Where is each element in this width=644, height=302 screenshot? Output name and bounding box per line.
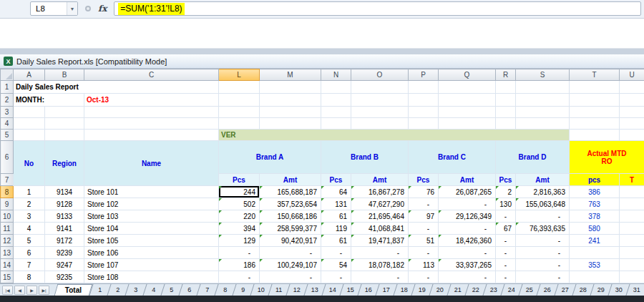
cell[interactable]: - [219,271,260,283]
cell[interactable] [321,81,351,94]
subheader-pcs-b[interactable]: Pcs [321,174,351,186]
header-region[interactable]: Region [45,141,84,186]
sheet-tab-total-active[interactable]: Total [54,284,93,296]
cell[interactable]: 64 [321,186,351,198]
column-header-t[interactable]: T [570,69,620,81]
column-header-l-selected[interactable]: L [219,69,260,81]
cell[interactable] [351,118,409,130]
row-header-12[interactable]: 12 [1,235,14,247]
sheet-tab-9[interactable]: 9 [234,284,252,296]
cell[interactable]: 386 [570,186,620,198]
cell[interactable] [409,107,439,118]
cell[interactable]: 100,249,107 [260,259,321,271]
cell[interactable]: 9172 [45,235,84,247]
sheet-tab-12[interactable]: 12 [288,284,306,296]
cell[interactable] [219,94,260,107]
sheet-tab-2[interactable]: 2 [109,284,127,296]
sheet-tab-18[interactable]: 18 [395,284,413,296]
cell[interactable]: - [439,198,496,210]
subheader-pcs-a[interactable]: Pcs [219,174,260,186]
row-header-11[interactable]: 11 [1,223,14,235]
cell[interactable] [409,94,439,107]
cell[interactable]: 1 [14,186,45,198]
row-header-14[interactable]: 14 [1,259,14,271]
column-header-n[interactable]: N [321,69,351,81]
cell[interactable]: 155,063,648 [516,198,570,210]
cell[interactable] [620,130,644,141]
subheader-mtd-t[interactable]: T [620,174,644,186]
cell[interactable]: Store 101 [84,186,219,198]
row-header-10[interactable]: 10 [1,210,14,223]
cell[interactable] [45,118,84,130]
cell[interactable] [14,130,45,141]
cell[interactable]: 9133 [45,210,84,223]
cell[interactable] [260,94,321,107]
cell[interactable] [321,107,351,118]
cell[interactable] [620,271,644,283]
cell[interactable]: Store 103 [84,210,219,223]
cell[interactable]: 763 [570,198,620,210]
sheet-tab-5[interactable]: 5 [162,284,180,296]
sheet-tab-10[interactable]: 10 [252,284,270,296]
cell[interactable]: 19,471,837 [351,235,409,247]
cell[interactable]: - [219,247,260,259]
subheader-pcs-c[interactable]: Pcs [409,174,439,186]
sheet-tab-25[interactable]: 25 [520,284,538,296]
first-sheet-button[interactable]: |◀ [2,286,13,295]
cell[interactable] [84,130,219,141]
cell[interactable]: - [516,259,570,271]
subheader-amt-c[interactable]: Amt [439,174,496,186]
cell[interactable]: 16,867,278 [351,186,409,198]
cell[interactable]: 113 [409,259,439,271]
cell[interactable]: 165,688,187 [260,186,321,198]
cell[interactable]: 76,393,635 [516,223,570,235]
cell[interactable] [620,81,644,94]
sheet-tab-15[interactable]: 15 [341,284,359,296]
cell[interactable]: 241 [570,235,620,247]
cell[interactable] [260,107,321,118]
sheet-tab-17[interactable]: 17 [377,284,395,296]
cell[interactable] [439,94,496,107]
cell[interactable] [570,107,620,118]
header-brand-b[interactable]: Brand B [321,141,409,174]
row-header-5[interactable]: 5 [1,130,14,141]
sheet-tab-26[interactable]: 26 [538,284,556,296]
cell[interactable]: 61 [321,235,351,247]
cell[interactable]: 119 [321,223,351,235]
header-brand-d[interactable]: Brand D [496,141,570,174]
column-header-c[interactable]: C [84,69,219,81]
sheet-tab-1[interactable]: 1 [91,284,109,296]
name-box-dropdown-icon[interactable]: ▼ [67,2,77,15]
cell[interactable]: - [351,271,409,283]
cell[interactable]: 47,627,290 [351,198,409,210]
row-header-6[interactable]: 6 [1,141,14,174]
row-header-13[interactable]: 13 [1,247,14,259]
cell[interactable]: 2 [496,186,516,198]
cell[interactable]: 90,420,917 [260,235,321,247]
cell[interactable] [84,118,219,130]
column-header-q[interactable]: Q [439,69,496,81]
sheet-tab-16[interactable]: 16 [359,284,377,296]
cell[interactable]: 76 [409,186,439,198]
subheader-mtd-pcs[interactable]: pcs [570,174,620,186]
sheet-tab-29[interactable]: 29 [592,284,610,296]
subheader-amt-b[interactable]: Amt [351,174,409,186]
row-header-8[interactable]: 8 [1,186,14,198]
cell[interactable]: - [409,223,439,235]
cell[interactable] [351,81,409,94]
subheader-amt-d[interactable]: Amt [516,174,570,186]
cell[interactable] [620,186,644,198]
cell[interactable]: - [409,247,439,259]
cell[interactable]: 4 [14,223,45,235]
cell[interactable]: 9239 [45,247,84,259]
cell[interactable]: 97 [409,210,439,223]
cell[interactable] [620,118,644,130]
cell[interactable] [321,118,351,130]
cell[interactable] [620,259,644,271]
cell[interactable]: 26,087,265 [439,186,496,198]
subheader-amt-a[interactable]: Amt [260,174,321,186]
cell[interactable] [351,107,409,118]
cell[interactable]: - [496,271,516,283]
header-actual-mtd[interactable]: Actual MTD RO [570,141,644,174]
cell[interactable]: 9247 [45,259,84,271]
